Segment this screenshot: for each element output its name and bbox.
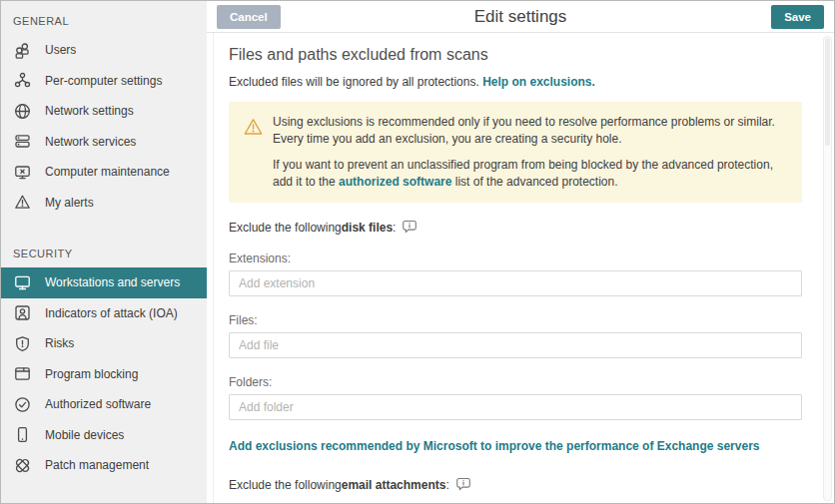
mobile-devices-icon (13, 425, 32, 444)
network-services-icon (13, 132, 32, 151)
sidebar-item-authorized-software[interactable]: Authorized software (1, 389, 207, 420)
disk-files-tooltip-icon[interactable] (402, 220, 418, 235)
sidebar-item-patch-management[interactable]: Patch management (1, 450, 207, 481)
exchange-exclusions-link[interactable]: Add exclusions recommended by Microsoft … (229, 439, 802, 453)
settings-sidebar: GENERAL Users Per-c (1, 1, 207, 503)
users-icon (13, 41, 32, 60)
sidebar-item-users[interactable]: Users (1, 35, 207, 66)
email-attachments-tooltip-icon[interactable] (455, 477, 471, 492)
warning-triangle-icon (243, 117, 265, 190)
content-left-divider (213, 33, 214, 503)
sidebar-item-computer-maintenance[interactable]: Computer maintenance (1, 157, 207, 188)
sidebar-item-label: Per-computer settings (45, 74, 162, 88)
disk-extensions-label: Extensions: (229, 252, 802, 265)
sidebar-item-label: Authorized software (45, 397, 151, 411)
app-window: GENERAL Users Per-c (0, 0, 835, 504)
main-panel: Edit settings Cancel Save Files and path… (207, 1, 834, 503)
indicators-attack-icon (13, 303, 32, 322)
warning-paragraph-2: If you want to prevent an unclassified p… (273, 157, 786, 190)
sidebar-item-mobile-devices[interactable]: Mobile devices (1, 420, 207, 451)
sidebar-item-label: Users (45, 43, 76, 57)
sidebar-item-program-blocking[interactable]: Program blocking (1, 359, 207, 390)
sidebar-item-label: Computer maintenance (45, 165, 170, 179)
save-button[interactable]: Save (771, 5, 824, 29)
sidebar-item-label: Workstations and servers (45, 275, 180, 289)
vertical-scrollbar[interactable] (823, 36, 832, 501)
cancel-button[interactable]: Cancel (217, 5, 281, 29)
disk-files-field-label: Files: (229, 313, 802, 327)
sidebar-item-network-services[interactable]: Network services (1, 127, 207, 158)
disk-folders-label: Folders: (229, 375, 802, 389)
sidebar-item-label: Risks (45, 336, 74, 350)
sidebar-section-security: SECURITY (1, 242, 207, 267)
sidebar-item-label: Indicators of attack (IOA) (45, 306, 178, 320)
risks-icon (13, 334, 32, 353)
edit-settings-header: Edit settings Cancel Save (207, 1, 834, 33)
disk-extensions-input[interactable] (229, 270, 802, 296)
help-on-exclusions-link[interactable]: Help on exclusions. (482, 75, 595, 89)
intro-text: Excluded files will be ignored by all pr… (229, 75, 802, 89)
exclusions-form: Files and paths excluded from scans Excl… (207, 46, 834, 503)
email-attachments-label: Exclude the following email attachments: (229, 477, 802, 492)
workstations-servers-icon (13, 273, 32, 292)
sidebar-item-my-alerts[interactable]: My alerts (1, 188, 207, 219)
per-computer-settings-icon (13, 71, 32, 90)
sidebar-item-label: Program blocking (45, 367, 138, 381)
sidebar-item-label: Patch management (45, 458, 149, 472)
sidebar-item-workstations-and-servers[interactable]: Workstations and servers (1, 267, 207, 298)
scrollbar-thumb[interactable] (825, 38, 830, 146)
disk-files-label: Exclude the following disk files: (229, 220, 802, 235)
sidebar-item-label: My alerts (45, 196, 94, 210)
sidebar-item-label: Network services (45, 135, 136, 149)
sidebar-item-network-settings[interactable]: Network settings (1, 96, 207, 127)
patch-management-icon (13, 456, 32, 475)
disk-files-input[interactable] (229, 332, 802, 358)
sidebar-item-risks[interactable]: Risks (1, 328, 207, 359)
sidebar-item-per-computer-settings[interactable]: Per-computer settings (1, 66, 207, 97)
computer-maintenance-icon (13, 163, 32, 182)
page-title: Edit settings (207, 7, 834, 27)
settings-scroll-area: Files and paths excluded from scans Excl… (207, 33, 834, 503)
sidebar-item-label: Mobile devices (45, 428, 124, 442)
warning-text: Using exclusions is recommended only if … (273, 114, 786, 190)
disk-folders-input[interactable] (229, 394, 802, 420)
sidebar-item-indicators-of-attack[interactable]: Indicators of attack (IOA) (1, 298, 207, 329)
authorized-software-link[interactable]: authorized software (339, 175, 451, 189)
sidebar-section-general: GENERAL (1, 9, 207, 35)
warning-paragraph-1: Using exclusions is recommended only if … (273, 114, 786, 147)
section-heading: Files and paths excluded from scans (229, 46, 802, 64)
program-blocking-icon (13, 364, 32, 383)
my-alerts-icon (13, 193, 32, 212)
authorized-software-icon (13, 395, 32, 414)
network-settings-icon (13, 102, 32, 121)
exclusions-warning-box: Using exclusions is recommended only if … (229, 102, 802, 203)
sidebar-item-label: Network settings (45, 104, 134, 118)
